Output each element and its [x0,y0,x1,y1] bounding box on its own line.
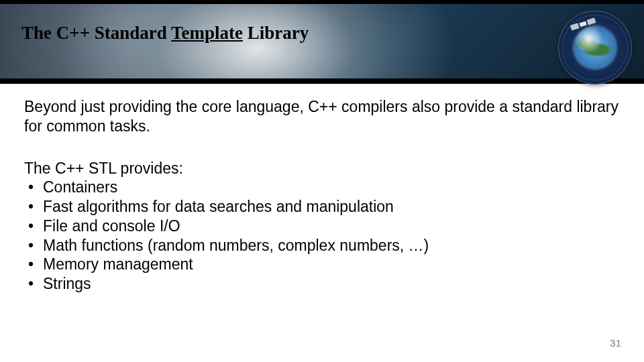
list-item: Containers [28,178,620,197]
logo-ring [558,11,632,84]
slide-title: The C++ Standard Template Library [21,23,309,44]
page-number: 31 [610,337,621,349]
slide-header-band: The C++ Standard Template Library [0,0,644,84]
list-item: Strings [28,274,620,294]
list-item: Fast algorithms for data searches and ma… [28,197,620,217]
slide-title-pre: The C++ Standard [21,23,171,43]
jcsda-logo [558,11,632,84]
intro-paragraph: Beyond just providing the core language,… [24,97,620,136]
list-item: Math functions (random numbers, complex … [28,236,620,255]
bullet-list: Containers Fast algorithms for data sear… [24,178,620,294]
slide-body: Beyond just providing the core language,… [0,84,644,294]
list-heading: The C++ STL provides: [24,159,620,178]
list-item: File and console I/O [28,217,620,236]
globe-icon [574,26,616,69]
list-item: Memory management [28,255,620,274]
slide-title-underlined: Template [171,23,243,43]
slide-title-post: Library [243,23,309,43]
